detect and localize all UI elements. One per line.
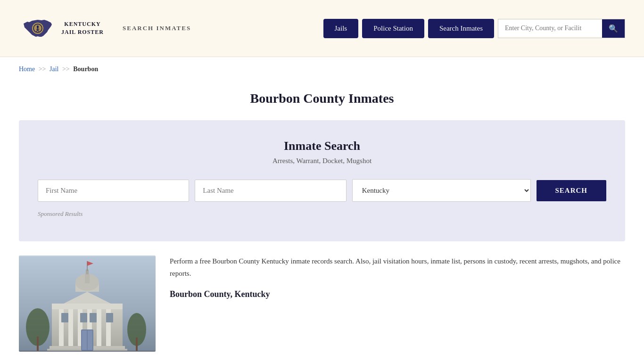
- svg-rect-36: [88, 330, 92, 350]
- header-search-button[interactable]: 🔍: [602, 19, 625, 38]
- main-nav: Jails Police Station Search Inmates 🔍: [323, 19, 625, 38]
- last-name-input[interactable]: [195, 180, 346, 202]
- header-search-input[interactable]: [498, 20, 602, 37]
- content-subheading: Bourbon County, Kentucky: [170, 287, 625, 302]
- search-card-subtitle: Arrests, Warrant, Docket, Mugshot: [38, 157, 606, 165]
- svg-rect-33: [106, 313, 113, 322]
- breadcrumb-sep-2: >>: [62, 66, 70, 73]
- svg-rect-16: [59, 306, 64, 346]
- search-inmates-header-label: SEARCH INMATES: [123, 25, 191, 32]
- svg-rect-30: [61, 313, 68, 322]
- courthouse-image: [19, 255, 156, 352]
- inmate-search-form: Kentucky AlabamaAlaskaArizonaArkansas Ca…: [38, 179, 606, 202]
- svg-rect-32: [90, 313, 97, 322]
- breadcrumb-home-link[interactable]: Home: [19, 66, 35, 73]
- logo-image: [19, 9, 57, 47]
- inmate-search-button[interactable]: SEARCH: [537, 180, 607, 201]
- content-text-area: Perform a free Bourbon County Kentucky i…: [170, 255, 625, 352]
- first-name-input[interactable]: [38, 180, 189, 202]
- jails-nav-button[interactable]: Jails: [323, 19, 359, 38]
- breadcrumb: Home >> Jail >> Bourbon: [0, 57, 644, 82]
- inmate-search-card: Inmate Search Arrests, Warrant, Docket, …: [19, 120, 625, 241]
- police-station-nav-button[interactable]: Police Station: [362, 19, 424, 38]
- svg-rect-17: [68, 306, 73, 346]
- breadcrumb-sep-1: >>: [39, 66, 46, 73]
- sponsored-results-label: Sponsored Results: [38, 210, 606, 218]
- svg-rect-31: [80, 313, 87, 322]
- svg-rect-12: [136, 337, 138, 351]
- svg-rect-10: [37, 337, 39, 351]
- logo-link[interactable]: KENTUCKY JAIL ROSTER: [19, 9, 104, 47]
- state-select[interactable]: Kentucky AlabamaAlaskaArizonaArkansas Ca…: [352, 179, 531, 202]
- header-search-container: 🔍: [498, 19, 625, 38]
- content-description: Perform a free Bourbon County Kentucky i…: [170, 255, 625, 280]
- content-section: Perform a free Bourbon County Kentucky i…: [0, 255, 644, 362]
- svg-rect-21: [106, 306, 111, 346]
- logo-text: KENTUCKY JAIL ROSTER: [61, 20, 104, 36]
- breadcrumb-current: Bourbon: [73, 66, 98, 73]
- site-header: KENTUCKY JAIL ROSTER SEARCH INMATES Jail…: [0, 0, 644, 57]
- svg-rect-35: [82, 330, 87, 350]
- svg-rect-26: [85, 274, 90, 283]
- svg-rect-22: [52, 304, 123, 309]
- breadcrumb-jail-link[interactable]: Jail: [50, 66, 58, 73]
- search-card-title: Inmate Search: [38, 139, 606, 153]
- search-inmates-nav-button[interactable]: Search Inmates: [428, 19, 494, 38]
- page-title: Bourbon County Inmates: [0, 91, 644, 106]
- svg-point-3: [37, 25, 39, 28]
- svg-rect-20: [97, 306, 101, 346]
